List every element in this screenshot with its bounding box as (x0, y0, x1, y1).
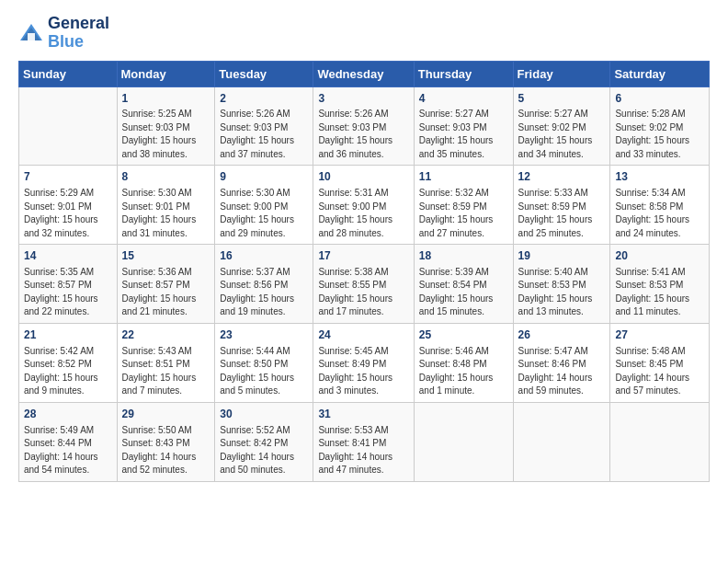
week-row-5: 28Sunrise: 5:49 AMSunset: 8:44 PMDayligh… (19, 402, 710, 481)
day-number: 9 (220, 169, 308, 185)
col-header-thursday: Thursday (414, 61, 513, 86)
day-info: Sunrise: 5:48 AMSunset: 8:45 PMDaylight:… (615, 345, 704, 398)
calendar-table: SundayMondayTuesdayWednesdayThursdayFrid… (18, 61, 710, 482)
day-number: 27 (615, 327, 704, 343)
day-cell: 24Sunrise: 5:45 AMSunset: 8:49 PMDayligh… (313, 323, 414, 402)
day-info: Sunrise: 5:52 AMSunset: 8:42 PMDaylight:… (220, 424, 308, 477)
day-number: 1 (122, 91, 210, 107)
day-info: Sunrise: 5:25 AMSunset: 9:03 PMDaylight:… (122, 108, 210, 161)
day-cell: 11Sunrise: 5:32 AMSunset: 8:59 PMDayligh… (414, 166, 513, 245)
day-info: Sunrise: 5:46 AMSunset: 8:48 PMDaylight:… (419, 345, 508, 398)
day-info: Sunrise: 5:27 AMSunset: 9:02 PMDaylight:… (518, 108, 606, 161)
day-number: 20 (615, 248, 704, 264)
day-number: 3 (318, 91, 408, 107)
day-number: 14 (24, 248, 112, 264)
week-row-3: 14Sunrise: 5:35 AMSunset: 8:57 PMDayligh… (19, 245, 710, 324)
day-info: Sunrise: 5:32 AMSunset: 8:59 PMDaylight:… (419, 187, 508, 240)
day-number: 19 (518, 248, 606, 264)
day-number: 24 (318, 327, 408, 343)
col-header-friday: Friday (513, 61, 610, 86)
day-number: 26 (518, 327, 606, 343)
day-cell: 16Sunrise: 5:37 AMSunset: 8:56 PMDayligh… (215, 245, 313, 324)
day-number: 13 (615, 169, 704, 185)
day-cell: 22Sunrise: 5:43 AMSunset: 8:51 PMDayligh… (117, 323, 215, 402)
day-number: 22 (122, 327, 210, 343)
day-info: Sunrise: 5:41 AMSunset: 8:53 PMDaylight:… (615, 266, 704, 319)
day-number: 4 (419, 91, 508, 107)
day-number: 7 (24, 169, 112, 185)
day-number: 30 (220, 407, 308, 422)
day-number: 8 (122, 169, 210, 185)
day-number: 31 (318, 407, 408, 422)
day-info: Sunrise: 5:37 AMSunset: 8:56 PMDaylight:… (220, 266, 308, 319)
day-info: Sunrise: 5:29 AMSunset: 9:01 PMDaylight:… (24, 187, 112, 240)
day-info: Sunrise: 5:31 AMSunset: 9:00 PMDaylight:… (318, 187, 408, 240)
day-cell: 14Sunrise: 5:35 AMSunset: 8:57 PMDayligh… (19, 245, 118, 324)
logo-icon (18, 20, 44, 46)
day-info: Sunrise: 5:38 AMSunset: 8:55 PMDaylight:… (318, 266, 408, 319)
day-cell: 19Sunrise: 5:40 AMSunset: 8:53 PMDayligh… (513, 245, 610, 324)
week-row-1: 1Sunrise: 5:25 AMSunset: 9:03 PMDaylight… (19, 86, 710, 166)
column-headers: SundayMondayTuesdayWednesdayThursdayFrid… (19, 61, 710, 86)
week-row-2: 7Sunrise: 5:29 AMSunset: 9:01 PMDaylight… (19, 166, 710, 245)
day-info: Sunrise: 5:45 AMSunset: 8:49 PMDaylight:… (318, 345, 408, 398)
day-cell: 25Sunrise: 5:46 AMSunset: 8:48 PMDayligh… (414, 323, 513, 402)
day-cell: 2Sunrise: 5:26 AMSunset: 9:03 PMDaylight… (215, 86, 313, 166)
col-header-tuesday: Tuesday (215, 61, 313, 86)
day-number: 16 (220, 248, 308, 264)
day-info: Sunrise: 5:53 AMSunset: 8:41 PMDaylight:… (318, 424, 408, 477)
day-cell: 27Sunrise: 5:48 AMSunset: 8:45 PMDayligh… (610, 323, 710, 402)
svg-rect-2 (28, 33, 35, 40)
day-cell: 17Sunrise: 5:38 AMSunset: 8:55 PMDayligh… (313, 245, 414, 324)
day-number: 10 (318, 169, 408, 185)
day-cell (19, 86, 118, 166)
day-info: Sunrise: 5:36 AMSunset: 8:57 PMDaylight:… (122, 266, 210, 319)
day-number: 2 (220, 91, 308, 107)
day-info: Sunrise: 5:47 AMSunset: 8:46 PMDaylight:… (518, 345, 606, 398)
logo-text: GeneralBlue (48, 15, 109, 52)
day-cell: 4Sunrise: 5:27 AMSunset: 9:03 PMDaylight… (414, 86, 513, 166)
day-cell: 23Sunrise: 5:44 AMSunset: 8:50 PMDayligh… (215, 323, 313, 402)
day-cell: 21Sunrise: 5:42 AMSunset: 8:52 PMDayligh… (19, 323, 118, 402)
day-number: 23 (220, 327, 308, 343)
day-info: Sunrise: 5:40 AMSunset: 8:53 PMDaylight:… (518, 266, 606, 319)
day-info: Sunrise: 5:42 AMSunset: 8:52 PMDaylight:… (24, 345, 112, 398)
day-info: Sunrise: 5:26 AMSunset: 9:03 PMDaylight:… (220, 108, 308, 161)
day-cell: 18Sunrise: 5:39 AMSunset: 8:54 PMDayligh… (414, 245, 513, 324)
day-number: 17 (318, 248, 408, 264)
day-info: Sunrise: 5:27 AMSunset: 9:03 PMDaylight:… (419, 108, 508, 161)
day-cell: 5Sunrise: 5:27 AMSunset: 9:02 PMDaylight… (513, 86, 610, 166)
day-info: Sunrise: 5:28 AMSunset: 9:02 PMDaylight:… (615, 108, 704, 161)
day-info: Sunrise: 5:30 AMSunset: 9:01 PMDaylight:… (122, 187, 210, 240)
calendar-page: GeneralBlue SundayMondayTuesdayWednesday… (0, 0, 728, 497)
day-cell: 7Sunrise: 5:29 AMSunset: 9:01 PMDaylight… (19, 166, 118, 245)
day-info: Sunrise: 5:35 AMSunset: 8:57 PMDaylight:… (24, 266, 112, 319)
day-cell: 15Sunrise: 5:36 AMSunset: 8:57 PMDayligh… (117, 245, 215, 324)
day-cell (513, 402, 610, 481)
day-cell: 8Sunrise: 5:30 AMSunset: 9:01 PMDaylight… (117, 166, 215, 245)
week-row-4: 21Sunrise: 5:42 AMSunset: 8:52 PMDayligh… (19, 323, 710, 402)
day-cell: 20Sunrise: 5:41 AMSunset: 8:53 PMDayligh… (610, 245, 710, 324)
day-number: 18 (419, 248, 508, 264)
header: GeneralBlue (18, 15, 710, 52)
day-cell: 3Sunrise: 5:26 AMSunset: 9:03 PMDaylight… (313, 86, 414, 166)
day-cell: 26Sunrise: 5:47 AMSunset: 8:46 PMDayligh… (513, 323, 610, 402)
day-cell: 13Sunrise: 5:34 AMSunset: 8:58 PMDayligh… (610, 166, 710, 245)
day-cell: 10Sunrise: 5:31 AMSunset: 9:00 PMDayligh… (313, 166, 414, 245)
day-number: 12 (518, 169, 606, 185)
day-number: 6 (615, 91, 704, 107)
day-cell: 29Sunrise: 5:50 AMSunset: 8:43 PMDayligh… (117, 402, 215, 481)
col-header-monday: Monday (117, 61, 215, 86)
day-info: Sunrise: 5:49 AMSunset: 8:44 PMDaylight:… (24, 424, 112, 477)
col-header-saturday: Saturday (610, 61, 710, 86)
day-number: 25 (419, 327, 508, 343)
day-info: Sunrise: 5:50 AMSunset: 8:43 PMDaylight:… (122, 424, 210, 477)
day-number: 5 (518, 91, 606, 107)
day-cell: 12Sunrise: 5:33 AMSunset: 8:59 PMDayligh… (513, 166, 610, 245)
day-cell (610, 402, 710, 481)
day-info: Sunrise: 5:30 AMSunset: 9:00 PMDaylight:… (220, 187, 308, 240)
day-number: 11 (419, 169, 508, 185)
col-header-sunday: Sunday (19, 61, 118, 86)
day-number: 15 (122, 248, 210, 264)
day-info: Sunrise: 5:44 AMSunset: 8:50 PMDaylight:… (220, 345, 308, 398)
